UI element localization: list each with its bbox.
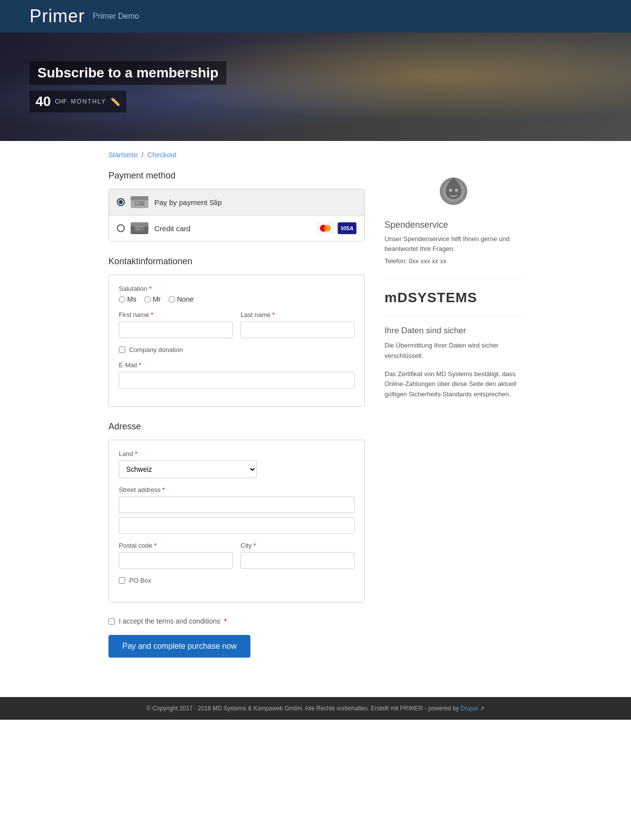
sidebar-divider-1 <box>385 280 523 280</box>
postal-label: Postal code * <box>119 542 233 549</box>
mastercard-logo <box>316 222 335 234</box>
security-section: Ihre Daten sind sicher Die Übermittlung … <box>385 326 523 400</box>
salutation-label: Salutation * <box>119 285 354 292</box>
spendenservice-title: Spendenservice <box>385 220 523 230</box>
city-label: City * <box>241 542 354 549</box>
postal-group: Postal code * <box>119 542 233 569</box>
company-donation-label: Company donation <box>129 346 183 353</box>
spendenservice-section: Spendenservice Unser Spendenservice hilf… <box>385 220 523 265</box>
salutation-group: Salutation * Ms Mr <box>119 285 354 303</box>
svg-point-11 <box>449 189 452 192</box>
address-section-title: Adresse <box>108 421 365 432</box>
payment-slip-radio[interactable] <box>117 198 125 206</box>
salutation-radio-group: Ms Mr None <box>119 295 354 303</box>
spendenservice-text: Unser Spendenservice hilft Ihnen gerne u… <box>385 234 523 253</box>
po-box-label: PO Box <box>129 577 151 584</box>
po-box-checkbox[interactable] <box>119 577 125 584</box>
terms-checkbox[interactable] <box>108 618 115 625</box>
po-box-checkbox-label[interactable]: PO Box <box>119 577 354 584</box>
hero-price-number: 40 <box>35 94 51 109</box>
svg-rect-3 <box>135 225 144 232</box>
payment-section-title: Payment method <box>108 171 365 181</box>
payment-slip-label: Pay by payment Slip <box>154 198 356 207</box>
salutation-none-label: None <box>177 295 193 303</box>
lastname-input[interactable] <box>241 321 354 338</box>
salutation-mr-label: Mr <box>153 295 161 303</box>
company-donation-checkbox-label[interactable]: Company donation <box>119 346 354 353</box>
svg-point-12 <box>455 189 458 192</box>
right-column: Spendenservice Unser Spendenservice hilf… <box>385 171 523 658</box>
salutation-none[interactable]: None <box>169 295 193 303</box>
street-group: Street address * <box>119 486 354 534</box>
drupal-logo-container <box>385 171 523 210</box>
security-text-1: Die Übermittlung Ihrer Daten wird sicher… <box>385 341 523 361</box>
svg-rect-2 <box>136 203 140 204</box>
land-label: Land * <box>119 450 354 457</box>
payment-method-box: Pay by payment Slip Credit card <box>108 189 365 242</box>
site-demo-label: Primer Demo <box>93 12 139 21</box>
company-donation-group: Company donation <box>119 346 354 353</box>
main-container: Startseite / Checkout Payment method <box>79 141 552 677</box>
svg-rect-5 <box>136 229 140 230</box>
hero-price-currency: CHF <box>55 98 67 105</box>
company-donation-checkbox[interactable] <box>119 347 125 353</box>
site-footer: © Copyright 2017 - 2018 MD Systems & Kam… <box>0 697 631 720</box>
left-column: Payment method Pay by payment Slip <box>108 171 365 658</box>
payment-option-credit[interactable]: Credit card VISA <box>109 215 364 241</box>
po-box-group: PO Box <box>119 577 354 584</box>
breadcrumb: Startseite / Checkout <box>108 151 523 159</box>
salutation-mr-radio[interactable] <box>144 296 151 303</box>
md-systems-logo: mDSYSTEMS <box>385 290 523 306</box>
salutation-mr[interactable]: Mr <box>144 295 161 303</box>
lastname-group: Last name * <box>241 311 354 338</box>
payment-slip-icon <box>131 196 148 208</box>
site-title: Primer <box>30 6 85 27</box>
city-group: City * <box>241 542 354 569</box>
city-input[interactable] <box>241 552 354 569</box>
street-input-1[interactable] <box>119 496 354 513</box>
land-select[interactable]: Schweiz Deutschland Österreich <box>119 460 257 478</box>
lastname-label: Last name * <box>241 311 354 318</box>
name-row: First name * Last name * <box>119 311 354 346</box>
postal-input[interactable] <box>119 552 233 569</box>
payment-option-slip[interactable]: Pay by payment Slip <box>109 189 364 215</box>
email-input[interactable] <box>119 372 354 388</box>
firstname-label: First name * <box>119 311 233 318</box>
card-logos: VISA <box>316 222 356 234</box>
credit-card-icon <box>131 222 148 234</box>
firstname-input[interactable] <box>119 321 233 338</box>
edit-price-icon[interactable]: ✏️ <box>110 97 120 106</box>
security-text-2: Das Zertifikat von MD Systems bestätigt,… <box>385 369 523 400</box>
email-group: E-Mail * <box>119 361 354 388</box>
street-input-2[interactable] <box>119 517 354 534</box>
firstname-group: First name * <box>119 311 233 338</box>
terms-label: I accept the terms and conditions <box>119 617 220 625</box>
hero-title: Subscribe to a membership <box>30 61 226 85</box>
site-header: Primer Primer Demo <box>0 0 631 33</box>
phone-label: Telefon: 0xx xxx xx xx <box>385 257 523 265</box>
salutation-none-radio[interactable] <box>169 296 175 303</box>
svg-rect-0 <box>135 199 144 206</box>
salutation-ms-radio[interactable] <box>119 296 125 303</box>
footer-external-icon: ↗ <box>480 705 485 712</box>
breadcrumb-current[interactable]: Checkout <box>147 151 176 159</box>
footer-drupal-link[interactable]: Drupal <box>460 705 478 712</box>
credit-card-label: Credit card <box>154 224 310 233</box>
footer-text: © Copyright 2017 - 2018 MD Systems & Kam… <box>146 705 459 712</box>
email-label: E-Mail * <box>119 361 354 369</box>
address-form-section: Land * Schweiz Deutschland Österreich St… <box>108 440 365 602</box>
breadcrumb-home[interactable]: Startseite <box>108 151 138 159</box>
svg-rect-4 <box>135 225 144 227</box>
hero-price-period: MONTHLY <box>71 98 106 105</box>
payment-credit-radio[interactable] <box>117 224 125 232</box>
salutation-ms-label: Ms <box>127 295 137 303</box>
terms-section: I accept the terms and conditions * <box>108 617 365 625</box>
terms-required: * <box>224 617 226 625</box>
salutation-ms[interactable]: Ms <box>119 295 137 303</box>
content-grid: Payment method Pay by payment Slip <box>108 171 523 658</box>
contact-form-section: Salutation * Ms Mr <box>108 275 365 407</box>
md-logo-text: mDSYSTEMS <box>385 290 477 305</box>
submit-button[interactable]: Pay and complete purchase now <box>108 635 250 658</box>
security-title: Ihre Daten sind sicher <box>385 326 523 336</box>
street-label: Street address * <box>119 486 354 493</box>
